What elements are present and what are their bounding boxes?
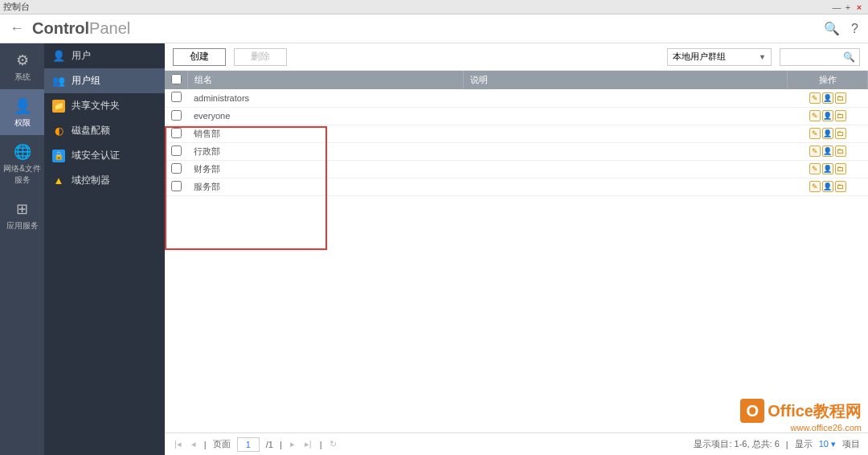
col-checkbox (165, 71, 187, 89)
subnav-domain[interactable]: 🔒 域安全认证 (44, 143, 165, 168)
sidebar-item-permissions[interactable]: 👤 权限 (0, 89, 44, 135)
prev-page-button[interactable]: ◂ (190, 439, 198, 449)
shield-icon: 🔒 (52, 150, 65, 162)
page-label: 页面 (213, 438, 231, 450)
sidebar-label: 应用服务 (6, 221, 39, 230)
subnav-sharedfolder[interactable]: 📁 共享文件夹 (44, 93, 165, 118)
select-all-checkbox[interactable] (171, 74, 182, 84)
search-box[interactable]: 🔍 (780, 48, 860, 66)
apps-icon: ⊞ (0, 200, 44, 218)
members-icon[interactable]: 👤 (822, 128, 833, 139)
row-checkbox[interactable] (171, 92, 182, 102)
table-row[interactable]: 财务部✎👤🗀 (165, 160, 868, 178)
search-icon[interactable]: 🔍 (824, 21, 840, 36)
content-area: 创建 删除 本地用户群组 ▼ 🔍 组名 说明 操作 (165, 43, 868, 455)
cell-desc (463, 89, 788, 107)
cell-name: administrators (187, 89, 463, 107)
gear-icon: ⚙ (0, 51, 44, 69)
table-container: 组名 说明 操作 administrators✎👤🗀everyone✎👤🗀销售部… (165, 71, 868, 432)
primary-sidebar: ⚙ 系统 👤 权限 🌐 网络&文件服务 ⊞ 应用服务 (0, 43, 44, 455)
summary-text: 显示项目: 1-6, 总共: 6 (694, 438, 779, 450)
subnav-dc[interactable]: ▲ 域控制器 (44, 168, 165, 193)
permissions-icon[interactable]: 🗀 (835, 163, 846, 174)
globe-icon: 🌐 (0, 143, 44, 161)
minimize-button[interactable]: — (831, 2, 842, 12)
row-checkbox[interactable] (171, 128, 182, 138)
toolbar: 创建 删除 本地用户群组 ▼ 🔍 (165, 43, 868, 71)
search-icon: 🔍 (843, 51, 855, 63)
cell-desc (463, 160, 788, 178)
delete-button[interactable]: 删除 (234, 48, 287, 66)
permissions-icon[interactable]: 🗀 (835, 181, 846, 192)
next-page-button[interactable]: ▸ (289, 439, 297, 449)
edit-icon[interactable]: ✎ (809, 181, 821, 192)
permissions-icon[interactable]: 🗀 (835, 110, 846, 121)
search-input[interactable] (784, 52, 843, 62)
scope-dropdown[interactable]: 本地用户群组 ▼ (667, 48, 772, 66)
edit-icon[interactable]: ✎ (809, 146, 821, 157)
subnav-usergroup[interactable]: 👥 用户组 (44, 68, 165, 93)
table-row[interactable]: administrators✎👤🗀 (165, 89, 868, 107)
app-header: ← ControlPanel 🔍 ? (0, 14, 868, 43)
back-icon[interactable]: ← (10, 20, 24, 37)
last-page-button[interactable]: ▸| (303, 439, 313, 449)
subnav-quota[interactable]: ◐ 磁盘配额 (44, 118, 165, 143)
dropdown-value: 本地用户群组 (673, 51, 726, 63)
maximize-button[interactable]: + (842, 2, 854, 12)
members-icon[interactable]: 👤 (822, 92, 833, 104)
subnav-label: 磁盘配额 (72, 124, 110, 137)
permissions-icon[interactable]: 🗀 (835, 146, 846, 157)
close-button[interactable]: × (854, 2, 865, 12)
help-icon[interactable]: ? (851, 22, 858, 36)
row-checkbox[interactable] (171, 181, 182, 191)
cell-name: 财务部 (187, 160, 463, 178)
members-icon[interactable]: 👤 (822, 181, 833, 192)
sidebar-item-apps[interactable]: ⊞ 应用服务 (0, 192, 44, 238)
permissions-icon[interactable]: 🗀 (835, 128, 846, 139)
sidebar-item-network[interactable]: 🌐 网络&文件服务 (0, 135, 44, 192)
row-checkbox[interactable] (171, 146, 182, 156)
cell-name: 销售部 (187, 125, 463, 142)
sidebar-label: 网络&文件服务 (3, 164, 41, 184)
members-icon[interactable]: 👤 (822, 110, 833, 121)
page-size-dropdown[interactable]: 10 ▾ (819, 439, 836, 449)
cell-name: everyone (187, 107, 463, 125)
group-icon: 👥 (52, 75, 65, 88)
table-row[interactable]: 行政部✎👤🗀 (165, 142, 868, 160)
show-label: 显示 (795, 438, 813, 450)
edit-icon[interactable]: ✎ (809, 110, 821, 121)
edit-icon[interactable]: ✎ (809, 92, 821, 104)
col-action: 操作 (788, 71, 868, 89)
user-icon: 👤 (52, 50, 65, 63)
sidebar-item-system[interactable]: ⚙ 系统 (0, 43, 44, 89)
table-row[interactable]: everyone✎👤🗀 (165, 107, 868, 125)
first-page-button[interactable]: |◂ (173, 439, 183, 449)
permissions-icon[interactable]: 🗀 (835, 92, 846, 104)
cell-desc (463, 178, 788, 195)
subnav-label: 用户 (72, 49, 91, 63)
sidebar-label: 系统 (14, 72, 31, 81)
subnav-user[interactable]: 👤 用户 (44, 43, 165, 68)
user-icon: 👤 (0, 97, 44, 115)
col-desc[interactable]: 说明 (463, 71, 788, 89)
cell-desc (463, 125, 788, 142)
folder-icon: 📁 (52, 100, 65, 113)
members-icon[interactable]: 👤 (822, 163, 833, 174)
edit-icon[interactable]: ✎ (809, 163, 821, 174)
refresh-button[interactable]: ↻ (328, 439, 338, 449)
page-input[interactable] (237, 437, 260, 452)
items-label: 项目 (842, 438, 860, 450)
create-button[interactable]: 创建 (173, 48, 226, 66)
cell-desc (463, 142, 788, 160)
secondary-sidebar: 👤 用户 👥 用户组 📁 共享文件夹 ◐ 磁盘配额 🔒 域安全认证 ▲ 域控制器 (44, 43, 165, 455)
row-checkbox[interactable] (171, 163, 182, 174)
chevron-down-icon: ▼ (759, 53, 766, 61)
table-row[interactable]: 销售部✎👤🗀 (165, 125, 868, 142)
quota-icon: ◐ (52, 125, 65, 137)
col-name[interactable]: 组名 (187, 71, 463, 89)
row-checkbox[interactable] (171, 110, 182, 121)
edit-icon[interactable]: ✎ (809, 128, 821, 139)
table-row[interactable]: 服务部✎👤🗀 (165, 178, 868, 195)
cell-name: 行政部 (187, 142, 463, 160)
members-icon[interactable]: 👤 (822, 146, 833, 157)
